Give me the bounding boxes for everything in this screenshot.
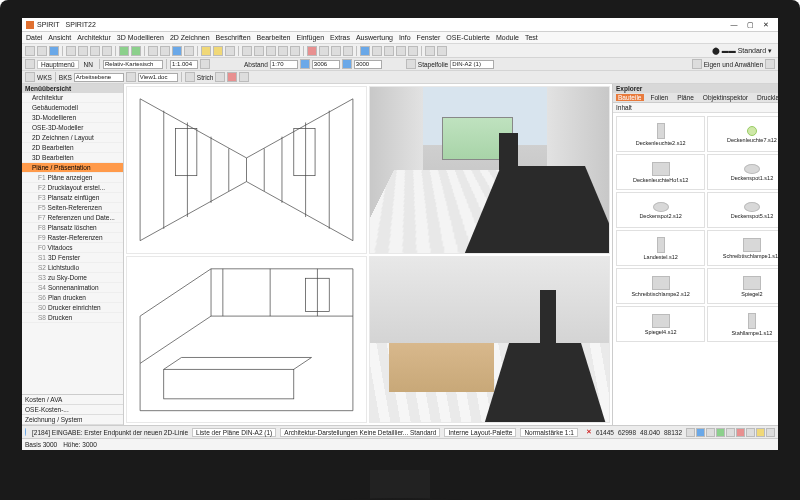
help-icon[interactable] — [437, 46, 447, 56]
tab-nn[interactable]: NN — [81, 61, 96, 68]
eigen-button[interactable]: Eigen und Anwählen — [704, 61, 763, 68]
stapel-icon[interactable] — [406, 59, 416, 69]
tree-2d-zeichnen[interactable]: 2D Zeichnen / Layout — [22, 133, 123, 143]
copy-icon[interactable] — [90, 46, 100, 56]
menu-ose[interactable]: OSE-Cubierte — [446, 34, 490, 41]
circle-icon[interactable] — [266, 46, 276, 56]
save-icon[interactable] — [49, 46, 59, 56]
layer-icon[interactable] — [172, 46, 182, 56]
menu-extras[interactable]: Extras — [330, 34, 350, 41]
tree-s6[interactable]: S6Plan drucken — [22, 293, 123, 303]
render-icon[interactable] — [201, 46, 211, 56]
move-icon[interactable] — [319, 46, 329, 56]
layerset[interactable]: Arbeitsebene — [74, 73, 124, 82]
coord-mode[interactable]: Relativ-Kartesisch — [103, 60, 163, 69]
grid-icon[interactable] — [148, 46, 158, 56]
status-tool9-icon[interactable] — [766, 428, 775, 437]
status-tool7-icon[interactable] — [746, 428, 755, 437]
lineweight-icon[interactable] — [239, 72, 249, 82]
tree-plaene-selected[interactable]: Pläne / Präsentation — [22, 163, 123, 173]
cat-deckenspot5[interactable]: Deckenspot5.s12 — [707, 192, 778, 228]
menu-auswertung[interactable]: Auswertung — [356, 34, 393, 41]
scale-icon[interactable] — [200, 59, 210, 69]
tree-f8[interactable]: F8Plansatz löschen — [22, 223, 123, 233]
tree-s2[interactable]: S2Lichtstudio — [22, 263, 123, 273]
cut-icon[interactable] — [78, 46, 88, 56]
tree-f7[interactable]: F7Referenzen und Date... — [22, 213, 123, 223]
status-tool3-icon[interactable] — [706, 428, 715, 437]
tree-3d-bearbeiten[interactable]: 3D Bearbeiten — [22, 153, 123, 163]
status-chip-plan[interactable]: Liste der Pläne DIN-A2 (1) — [192, 428, 276, 437]
cat-spiegel4[interactable]: Spiegel4.s12 — [616, 306, 705, 342]
status-tool1-icon[interactable] — [686, 428, 695, 437]
zoom-in-icon[interactable] — [372, 46, 382, 56]
viewport-bottom-right-render[interactable] — [369, 256, 610, 424]
menu-beschriften[interactable]: Beschriften — [216, 34, 251, 41]
status-chip-linew[interactable]: Normalstärke 1:1 — [520, 428, 578, 437]
status-tool5-icon[interactable] — [726, 428, 735, 437]
abstand-value[interactable]: 1:70 — [270, 60, 298, 69]
pan-icon[interactable] — [408, 46, 418, 56]
tree-s8[interactable]: S8Drucken — [22, 313, 123, 323]
status-tool2-icon[interactable] — [696, 428, 705, 437]
minimize-button[interactable]: — — [726, 20, 742, 30]
tab-plaene[interactable]: Pläne — [675, 94, 696, 101]
tree-gebaeudemodell[interactable]: Gebäudemodell — [22, 103, 123, 113]
tab-folien[interactable]: Folien — [649, 94, 671, 101]
viewport-top-right-render[interactable] — [369, 86, 610, 254]
line-icon[interactable] — [242, 46, 252, 56]
linecolor-icon[interactable] — [227, 72, 237, 82]
new-icon[interactable] — [25, 46, 35, 56]
tree-f5[interactable]: F5Seiten-Referenzen — [22, 203, 123, 213]
zoom-fit-icon[interactable] — [396, 46, 406, 56]
menu-ansicht[interactable]: Ansicht — [48, 34, 71, 41]
menu-einfuegen[interactable]: Einfügen — [296, 34, 324, 41]
paste-icon[interactable] — [102, 46, 112, 56]
tab-hauptmenu[interactable]: Hauptmenü — [37, 60, 79, 69]
cat-deckenleuchtehof[interactable]: DeckenleuchteHof.s12 — [616, 154, 705, 190]
tree-s0[interactable]: S0Drucker einrichten — [22, 303, 123, 313]
color-icon[interactable] — [215, 72, 225, 82]
menu-architektur[interactable]: Architektur — [77, 34, 110, 41]
current-file[interactable]: View1.doc — [138, 73, 178, 82]
print-icon[interactable] — [66, 46, 76, 56]
cat-spiegel2[interactable]: Spiegel2 — [707, 268, 778, 304]
menu-fenster[interactable]: Fenster — [417, 34, 441, 41]
open-icon[interactable] — [37, 46, 47, 56]
tree-f9[interactable]: F9Raster-Referenzen — [22, 233, 123, 243]
x-value[interactable]: 3006 — [312, 60, 340, 69]
home-icon[interactable] — [25, 59, 35, 69]
menu-module[interactable]: Module — [496, 34, 519, 41]
cat-deckenspot2[interactable]: Deckenspot2.s12 — [616, 192, 705, 228]
mirror-icon[interactable] — [343, 46, 353, 56]
status-chip-arch[interactable]: Architektur-Darstellungen Keine Detailli… — [280, 428, 440, 437]
bt-ose-kosten[interactable]: OSE-Kosten-... — [22, 405, 123, 415]
undo-icon[interactable] — [119, 46, 129, 56]
cat-landestel[interactable]: Landestel.s12 — [616, 230, 705, 266]
zoom-out-icon[interactable] — [384, 46, 394, 56]
tree-s3[interactable]: S3zu Sky-Dome — [22, 273, 123, 283]
status-tool8-icon[interactable] — [756, 428, 765, 437]
status-chip-layout[interactable]: Interne Layout-Palette — [444, 428, 516, 437]
tree-f1[interactable]: F1Pläne anzeigen — [22, 173, 123, 183]
snap-icon[interactable] — [160, 46, 170, 56]
tree-2d-bearbeiten[interactable]: 2D Bearbeiten — [22, 143, 123, 153]
rect-icon[interactable] — [254, 46, 264, 56]
tree-s4[interactable]: S4Sonnenanimation — [22, 283, 123, 293]
y-value[interactable]: 3000 — [354, 60, 382, 69]
x-icon[interactable] — [300, 59, 310, 69]
wks-icon[interactable] — [25, 72, 35, 82]
redo-icon[interactable] — [131, 46, 141, 56]
bt-kosten[interactable]: Kosten / AVA — [22, 395, 123, 405]
cat-deckenleuchte7[interactable]: Deckenleuchte7.s12 — [707, 116, 778, 152]
menu-3d-modellieren[interactable]: 3D Modellieren — [117, 34, 164, 41]
cat-deckenleuchte2[interactable]: Deckenleuchte2.s12 — [616, 116, 705, 152]
tree-f2[interactable]: F2Drucklayout erstel... — [22, 183, 123, 193]
close-button[interactable]: ✕ — [758, 20, 774, 30]
stapelfolie-value[interactable]: DIN-A2 (1) — [450, 60, 494, 69]
menu-bearbeiten[interactable]: Bearbeiten — [257, 34, 291, 41]
status-tool6-icon[interactable] — [736, 428, 745, 437]
eigen-icon[interactable] — [692, 59, 702, 69]
menu-info[interactable]: Info — [399, 34, 411, 41]
tab-drucklayouts[interactable]: Drucklayouts — [755, 94, 778, 101]
